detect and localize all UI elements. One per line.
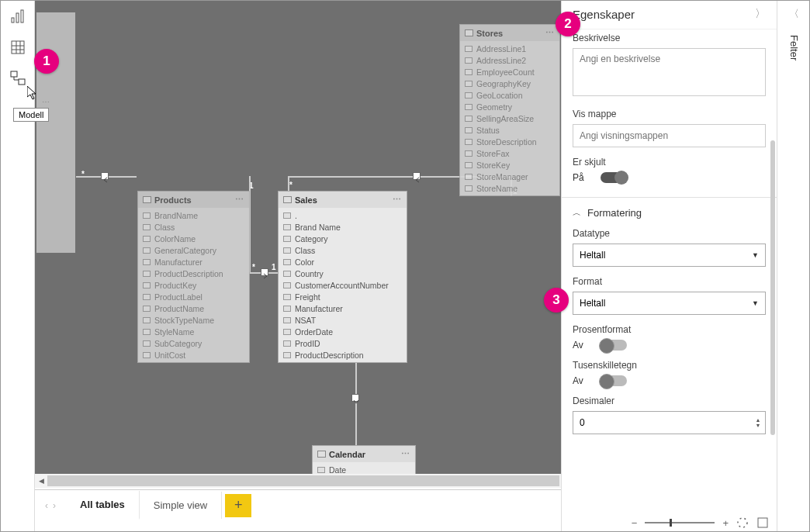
fit-page-icon[interactable] (756, 516, 769, 529)
properties-v-scroll-thumb[interactable] (770, 140, 775, 435)
scroll-left-button[interactable]: ◀ (35, 475, 47, 487)
table-field[interactable]: GeographyKey (460, 78, 559, 89)
table-field[interactable]: ProdID (279, 337, 407, 349)
page-tabs-bar: ‹› All tables Simple view + (35, 489, 561, 520)
spinner-up-icon[interactable]: ▲ (751, 417, 765, 423)
table-field[interactable]: ProductLabel (138, 291, 249, 302)
table-menu-icon[interactable]: ⋯ (235, 195, 244, 205)
scroll-thumb[interactable] (47, 475, 559, 486)
table-field[interactable]: StoreManager (460, 171, 559, 182)
callout-badge-1: 1 (34, 49, 59, 74)
table-field[interactable]: SellingAreaSize (460, 112, 559, 124)
canvas-h-scrollbar[interactable]: ◀ ▶ (35, 474, 561, 488)
report-view-button[interactable] (1, 1, 35, 32)
table-field[interactable]: UnitCost (138, 349, 249, 361)
model-view-button[interactable] (1, 63, 35, 94)
add-tab-button[interactable]: + (225, 494, 251, 517)
table-field[interactable]: Freight (279, 291, 407, 302)
thousand-label: Tusenskilletegn (573, 360, 766, 371)
tab-simple-view[interactable]: Simple view (140, 492, 222, 519)
table-field[interactable]: . (279, 209, 407, 221)
table-field[interactable]: ProductKey (138, 279, 249, 291)
svg-rect-3 (12, 41, 24, 54)
table-field[interactable]: Manufacturer (138, 256, 249, 268)
table-field[interactable]: BrandName (138, 209, 249, 221)
format-select[interactable]: Heltall▼ (573, 292, 766, 315)
folder-input[interactable] (573, 124, 766, 147)
table-field[interactable]: StoreName (460, 182, 559, 194)
table-field[interactable]: Class (138, 221, 249, 233)
zoom-out-button[interactable]: − (632, 517, 638, 529)
table-products[interactable]: Products⋯ BrandName Class ColorName Gene… (137, 191, 250, 363)
decimals-label: Desimaler (573, 396, 766, 406)
table-field[interactable]: StyleName (138, 326, 249, 337)
callout-badge-2: 2 (556, 12, 580, 36)
svg-point-10 (738, 518, 747, 527)
table-field[interactable]: StoreFax (460, 147, 559, 159)
properties-panel: Egenskaper 〉 Beskrivelse Vis mappe Er sk… (561, 1, 777, 532)
table-menu-icon[interactable]: ⋯ (393, 195, 402, 205)
tabs-nav-arrows[interactable]: ‹› (35, 500, 66, 511)
zoom-bar: − + (561, 513, 777, 532)
table-field[interactable]: StockTypeName (138, 314, 249, 326)
table-field[interactable]: StoreKey (460, 159, 559, 171)
table-field[interactable]: EmployeeCount (460, 66, 559, 78)
table-field[interactable]: GeoLocation (460, 89, 559, 101)
table-menu-icon[interactable]: ⋯ (545, 28, 555, 38)
table-sales[interactable]: Sales⋯ . Brand Name Category Class Color… (278, 191, 407, 363)
table-field[interactable]: Geometry (460, 101, 559, 112)
table-field[interactable]: ProductName (138, 302, 249, 314)
table-stores[interactable]: Stores⋯ AddressLine1 AddressLine2 Employ… (459, 24, 560, 196)
table-field[interactable]: ProductDescription (279, 349, 407, 361)
svg-rect-0 (12, 18, 14, 22)
table-calendar[interactable]: Calendar⋯ Date (312, 445, 416, 474)
table-field[interactable]: ColorName (138, 233, 249, 244)
zoom-in-button[interactable]: + (722, 517, 729, 529)
thousand-toggle[interactable] (601, 375, 627, 386)
hidden-toggle[interactable] (601, 172, 627, 183)
table-field[interactable]: CustomerAccountNumber (279, 279, 407, 291)
svg-rect-9 (19, 79, 25, 85)
table-field[interactable]: ProductDescription (138, 268, 249, 279)
table-field[interactable]: Class (279, 244, 407, 256)
decimals-input[interactable] (573, 414, 751, 431)
table-field[interactable]: Color (279, 256, 407, 268)
view-nav-rail: ⋯ (1, 1, 35, 532)
percent-toggle[interactable] (601, 340, 627, 351)
table-title: Sales (295, 195, 317, 205)
description-input[interactable] (573, 48, 766, 96)
table-field[interactable]: AddressLine1 (460, 43, 559, 54)
expand-fields-icon[interactable]: 〈 (777, 1, 810, 27)
format-label: Format (573, 276, 766, 287)
chevron-down-icon: ▼ (752, 299, 759, 307)
data-view-button[interactable] (1, 32, 35, 63)
model-canvas[interactable]: * 1 * 1 * 1 Stores⋯ AddressLine1 Address… (35, 1, 561, 474)
collapse-panel-icon[interactable]: 〉 (755, 7, 766, 21)
table-field[interactable]: Category (279, 233, 407, 244)
table-field[interactable]: NSAT (279, 314, 407, 326)
fields-panel-collapsed[interactable]: 〈 Felter (777, 1, 810, 532)
table-field[interactable]: StoreDescription (460, 136, 559, 147)
table-field[interactable]: Manufacturer (279, 302, 407, 314)
fit-to-page-icon[interactable] (736, 516, 749, 529)
spinner-down-icon[interactable]: ▼ (751, 423, 765, 428)
formatting-section-header[interactable]: ︿ Formatering (573, 207, 766, 219)
table-field[interactable]: Status (460, 124, 559, 136)
table-field[interactable]: Date (313, 464, 415, 474)
properties-title: Egenskaper (573, 8, 635, 21)
table-field[interactable]: AddressLine2 (460, 54, 559, 66)
tab-all-tables[interactable]: All tables (66, 491, 140, 520)
table-field[interactable]: Country (279, 268, 407, 279)
table-title: Products (154, 195, 192, 205)
table-field[interactable]: GeneralCategory (138, 244, 249, 256)
table-field[interactable]: OrderDate (279, 326, 407, 337)
table-menu-icon[interactable]: ⋯ (401, 449, 410, 459)
svg-rect-1 (16, 13, 19, 22)
description-label: Beskrivelse (573, 33, 766, 43)
table-field[interactable]: Brand Name (279, 221, 407, 233)
datatype-select[interactable]: Heltall▼ (573, 244, 766, 267)
table-field[interactable]: SubCategory (138, 337, 249, 349)
decimals-spinner[interactable]: ▲▼ (573, 411, 766, 434)
zoom-slider[interactable] (645, 522, 715, 523)
chevron-up-icon: ︿ (573, 207, 581, 219)
